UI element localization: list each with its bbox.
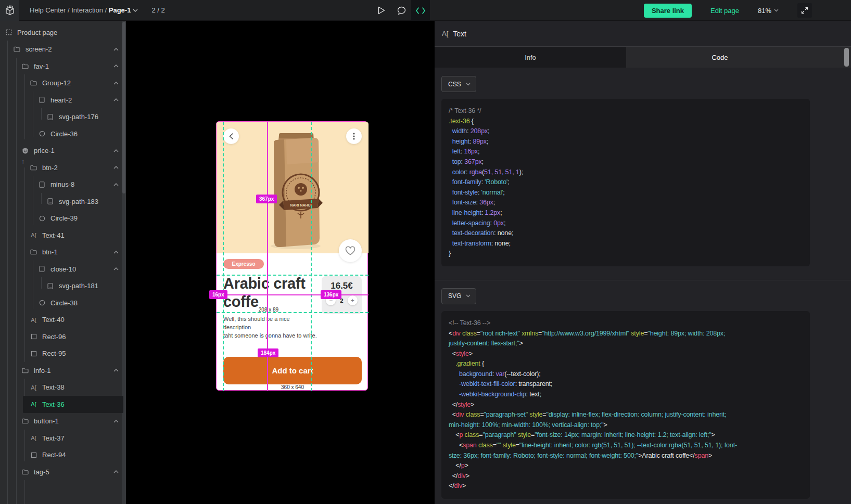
product-tag[interactable]: Expresso [223,259,264,269]
layer-row-btn-2[interactable]: btn-2 [0,159,126,176]
app-logo[interactable] [0,0,19,21]
menu-button[interactable] [346,128,362,144]
folder-layer-icon [30,80,37,86]
layer-label: Rect-94 [42,451,66,459]
layer-row-text-37[interactable]: A[Text-37 [0,430,126,447]
panel-scrollbar-thumb[interactable] [844,48,849,67]
folder-layer-icon [22,469,29,475]
product-description[interactable]: Well, this should be a nice descriptiont… [223,315,317,340]
play-button[interactable] [372,0,391,21]
product-image[interactable]: NARI NAHUI [263,131,327,252]
chevron-down-icon [466,294,471,298]
layer-row-group-12[interactable]: Group-12 [0,75,126,92]
layer-row-price-1[interactable]: price-1 [0,143,126,160]
measurement-label-right: 136px [321,290,341,299]
measurement-label-bottom: 184px [258,348,278,357]
code-line: -webkit-background-clip: text; [449,390,803,400]
layer-row-circle-36[interactable]: Circle-36 [0,125,126,143]
canvas[interactable]: NARI NAHUI Expresso Arabic craft coffe 2… [126,21,435,504]
tree-guide-line [24,480,25,504]
share-link-button[interactable]: Share link [644,4,692,18]
layer-row-minus-8[interactable]: minus-8 [0,176,126,193]
scroll-up-arrow-icon: ↑ [21,158,24,165]
layer-tree: Product pagescreen-2fav-1Group-12heart-2… [0,24,126,481]
layer-row-circle-39[interactable]: Circle-39 [0,210,126,227]
layer-row-circle-38[interactable]: Circle-38 [0,294,126,312]
css-code-block[interactable]: /* Text-36 */.text-36 { width: 208px; he… [441,99,810,266]
layer-label: Rect-95 [42,350,66,357]
code-view-button[interactable] [411,0,430,21]
layer-row-text-38[interactable]: A[Text-38 [0,379,126,396]
code-line: text-decoration: none; [449,228,803,239]
folder-layer-icon [14,46,20,53]
layer-label: heart-2 [50,96,72,104]
chevron-up-icon[interactable] [113,64,119,68]
layer-row-heart-2[interactable]: heart-2 [0,92,126,109]
chevron-up-icon[interactable] [113,251,119,254]
measurement-label-left: 16px [209,290,227,299]
code-line: </div> [449,471,803,482]
tab-info[interactable]: Info [435,47,626,68]
svgfile-layer-icon [47,113,54,120]
layer-row-svg-path-176[interactable]: svg-path-176 [0,109,126,126]
zoom-control[interactable]: 81% [758,7,779,15]
tab-code[interactable]: Code [626,47,851,68]
layer-row-text-36[interactable]: A[Text-36 [0,396,126,413]
zoom-level: 81% [758,7,771,15]
layer-row-svg-path-183[interactable]: svg-path-183 [0,193,126,210]
layer-label: info-1 [34,367,51,374]
favorite-button[interactable] [339,239,362,262]
chevron-up-icon[interactable] [113,267,119,270]
fullscreen-button[interactable] [797,3,812,18]
chevron-up-icon[interactable] [113,420,119,423]
css-language-select[interactable]: CSS [441,76,476,92]
product-title[interactable]: Arabic craft coffe [223,275,316,311]
code-line: } [449,249,803,259]
chevron-up-icon[interactable] [113,369,119,372]
product-image-section[interactable]: NARI NAHUI [217,122,369,253]
svg-language-select[interactable]: SVG [441,288,476,304]
layer-row-rect-94[interactable]: Rect-94 [0,447,126,464]
code-line: <style> [449,349,803,359]
layer-row-text-40[interactable]: A[Text-40 [0,312,126,329]
layer-row-rect-96[interactable]: Rect-96 [0,328,126,345]
layer-row-tag-5[interactable]: tag-5 [0,463,126,481]
layer-row-screen-2[interactable]: screen-2 [0,41,126,58]
chevron-up-icon[interactable] [113,48,119,51]
layer-row-close-10[interactable]: close-10 [0,261,126,278]
chevron-up-icon[interactable] [113,149,119,152]
layer-row-btn-1[interactable]: btn-1 [0,244,126,261]
plus-button[interactable]: + [348,295,358,305]
layer-row-fav-1[interactable]: fav-1 [0,58,126,75]
chevron-up-icon[interactable] [113,98,119,101]
layer-row-product page[interactable]: Product page [0,24,126,41]
code-panel-body: CSS /* Text-36 */.text-36 { width: 208px… [435,68,851,499]
layer-label: Text-36 [42,400,65,408]
layer-row-text-41[interactable]: A[Text-41 [0,227,126,244]
chevron-up-icon[interactable] [113,183,119,186]
chevron-up-icon[interactable] [113,166,119,169]
breadcrumb[interactable]: Help Center / Interaction / Page-1 [30,6,138,14]
chevron-up-icon[interactable] [113,470,119,473]
kebab-menu-icon [353,133,355,140]
layer-row-svg-path-181[interactable]: svg-path-181 [0,278,126,295]
screen-frame[interactable]: NARI NAHUI Expresso Arabic craft coffe 2… [216,121,368,391]
comments-button[interactable] [391,0,411,21]
svgfile-layer-icon [39,266,45,273]
edit-page-link[interactable]: Edit page [710,7,739,15]
layer-row-info-1[interactable]: info-1 [0,362,126,379]
fullscreen-expand-icon [801,7,808,14]
rect-layer-icon [30,451,37,458]
code-line: width: 208px; [449,126,803,137]
layer-row-button-1[interactable]: button-1 [0,413,126,430]
layer-label: Circle-38 [50,299,78,307]
chevron-up-icon[interactable] [113,82,119,85]
layer-row-rect-95[interactable]: Rect-95 [0,345,126,363]
code-line: </style> [449,400,803,410]
svg-code-block[interactable]: <!-- Text-36 --><div class="root rich-te… [441,311,810,499]
layer-label: Product page [17,29,57,36]
inspector-header: A[ Text [435,21,851,47]
back-button[interactable] [223,128,239,144]
svgfile-layer-icon [47,282,54,289]
add-to-cart-button[interactable]: Add to cart [223,357,362,384]
